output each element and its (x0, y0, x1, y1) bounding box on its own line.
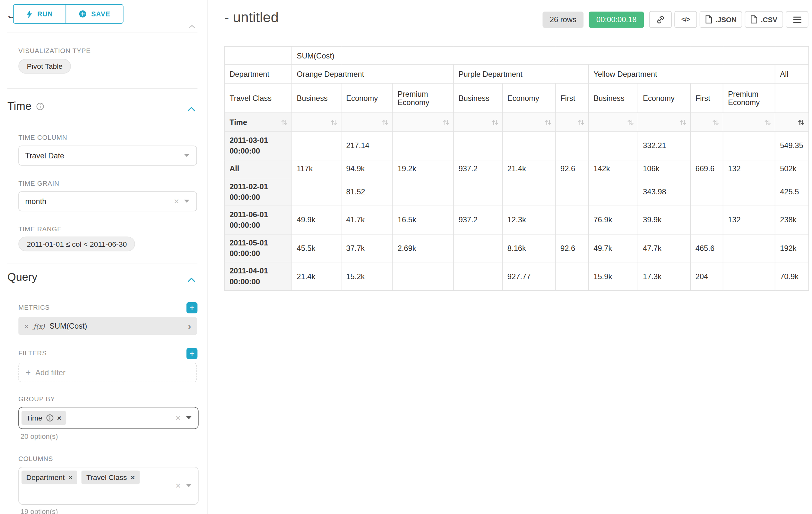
caret-down-icon (184, 154, 190, 157)
data-cell: 47.7k (638, 234, 691, 263)
main-panel: - untitled 26 rows 00:00:00.18 </> .JSON (208, 0, 812, 514)
column-header: Business (454, 83, 502, 113)
option-chip[interactable]: Time× (22, 411, 66, 425)
sort-icon (382, 119, 389, 126)
data-cell: 16.5k (393, 206, 454, 234)
department-label-cell: Department (225, 64, 292, 83)
data-cell: 21.4k (502, 160, 555, 178)
data-cell: 937.2 (454, 160, 502, 178)
sort-header[interactable] (454, 113, 502, 132)
data-cell: 70.9k (775, 262, 809, 290)
data-cell: 81.52 (341, 178, 393, 206)
remove-icon[interactable]: × (130, 473, 135, 482)
time-grain-select[interactable]: month × (18, 191, 197, 211)
table-row: 2011-06-01 00:00:0049.9k41.7k16.5k937.21… (225, 206, 809, 234)
chevron-up-icon[interactable] (187, 104, 196, 113)
columns-label: COLUMNS (18, 455, 53, 463)
data-cell (292, 132, 341, 160)
sort-header[interactable] (556, 113, 589, 132)
sort-header-active[interactable] (775, 113, 809, 132)
save-button[interactable]: SAVE (65, 4, 123, 24)
visualization-type-label: VISUALIZATION TYPE (18, 47, 90, 55)
data-cell: 937.2 (454, 206, 502, 234)
metric-chip[interactable]: × ƒ(x) SUM(Cost) › (18, 317, 197, 335)
data-cell: 15.2k (341, 262, 393, 290)
query-section-title: Query (7, 271, 37, 283)
run-save-button-group: RUN SAVE (13, 4, 123, 24)
export-csv-button[interactable]: .CSV (745, 11, 783, 28)
data-cell: 332.21 (638, 132, 691, 160)
divider (7, 32, 197, 33)
remove-metric-icon[interactable]: × (24, 322, 29, 330)
data-cell: 549.35 (775, 132, 809, 160)
data-cell (393, 178, 454, 206)
export-json-button[interactable]: .JSON (700, 11, 742, 28)
sort-icon (492, 119, 498, 126)
sort-header[interactable] (723, 113, 775, 132)
sort-header[interactable] (341, 113, 393, 132)
pivot-table: SUM(Cost)DepartmentOrange DepartmentPurp… (224, 46, 809, 291)
view-query-button[interactable]: </> (674, 11, 697, 28)
chevron-right-icon[interactable]: › (188, 321, 191, 331)
sort-header[interactable] (393, 113, 454, 132)
sort-header[interactable] (638, 113, 691, 132)
save-button-label: SAVE (91, 10, 110, 18)
share-link-button[interactable] (649, 11, 672, 28)
time-sort-header[interactable]: Time (225, 113, 292, 132)
data-cell: 465.6 (690, 234, 723, 263)
export-csv-label: .CSV (761, 16, 777, 23)
group-by-select[interactable]: Time× × (18, 407, 198, 429)
clear-icon[interactable]: × (176, 481, 181, 490)
option-chip[interactable]: Department× (22, 470, 77, 484)
time-range-value: 2011-01-01 ≤ col < 2011-06-30 (27, 240, 127, 248)
sort-header[interactable] (589, 113, 638, 132)
clear-icon[interactable]: × (176, 413, 181, 423)
columns-select[interactable]: Department×Travel Class× × (18, 467, 198, 505)
code-icon: </> (682, 16, 690, 23)
time-range-chip[interactable]: 2011-01-01 ≤ col < 2011-06-30 (18, 237, 135, 251)
time-column-value: Travel Date (25, 151, 64, 160)
clear-icon[interactable]: × (174, 197, 179, 206)
data-cell (454, 132, 502, 160)
chevron-up-icon[interactable] (187, 275, 196, 284)
query-section-header[interactable]: Query (7, 271, 37, 283)
data-cell (454, 262, 502, 290)
add-filter-button[interactable]: + (186, 348, 197, 359)
data-cell: 37.7k (341, 234, 393, 263)
column-header: Business (589, 83, 638, 113)
data-cell: 19.2k (393, 160, 454, 178)
sort-icon (281, 119, 288, 126)
time-section-header[interactable]: Time (7, 100, 44, 112)
time-grain-label: TIME GRAIN (18, 180, 59, 187)
chevron-up-icon (188, 21, 195, 30)
department-header-row: DepartmentOrange DepartmentPurple Depart… (225, 64, 809, 83)
metrics-label: METRICS (18, 304, 50, 311)
time-range-label: TIME RANGE (18, 225, 62, 233)
table-row: 2011-03-01 00:00:00217.14332.21549.35 (225, 132, 809, 160)
data-cell: 41.7k (341, 206, 393, 234)
sort-header[interactable] (292, 113, 341, 132)
run-button[interactable]: RUN (13, 4, 66, 24)
data-cell (589, 178, 638, 206)
data-cell: 117k (292, 160, 341, 178)
remove-icon[interactable]: × (68, 473, 72, 482)
sort-header[interactable] (502, 113, 555, 132)
remove-icon[interactable]: × (57, 414, 61, 422)
data-cell (723, 132, 775, 160)
link-icon (656, 15, 665, 24)
data-cell: 106k (638, 160, 691, 178)
menu-button[interactable] (786, 11, 808, 28)
option-chip[interactable]: Travel Class× (82, 470, 140, 484)
data-cell: 39.9k (638, 206, 691, 234)
pivot-corner-cell (225, 47, 292, 64)
sort-header[interactable] (690, 113, 723, 132)
time-column-select[interactable]: Travel Date (18, 145, 197, 165)
add-metric-button[interactable]: + (186, 302, 197, 313)
sidebar: Chart Type RUN SAVE VISUALIZATION TYPE P… (0, 0, 207, 514)
column-header: First (690, 83, 723, 113)
row-count-badge: 26 rows (543, 11, 584, 28)
option-chip-label: Travel Class (86, 473, 127, 482)
info-icon (46, 414, 53, 422)
visualization-type-chip[interactable]: Pivot Table (18, 59, 71, 74)
add-filter-dropzone[interactable]: + Add filter (18, 363, 197, 382)
